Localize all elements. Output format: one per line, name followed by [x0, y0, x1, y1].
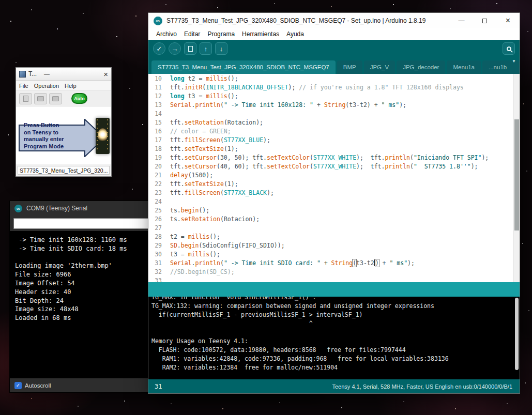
code-text: SD.begin(SdioConfig(FIFO_SDIO)); [170, 241, 285, 250]
tab-menu1a[interactable]: Menu1a [447, 60, 481, 74]
editor-line: 26ts.setRotation(Rotacion); [148, 215, 520, 224]
menu-item-ayuda[interactable]: Ayuda [283, 30, 308, 38]
auto-button[interactable]: Auto [71, 93, 87, 104]
line-number: 28 [148, 233, 162, 241]
console-line: TG_MAX: In function 'void SincroMillisSF… [151, 297, 516, 302]
menu-item-file[interactable]: File [19, 83, 28, 89]
line-number: 13 [148, 101, 162, 110]
console-line: TG_MAX:132: warning: comparison between … [151, 302, 516, 311]
code-token: Serial [170, 259, 192, 267]
console-line: Memory Usage on Teensy 4.1: [151, 337, 516, 346]
code-token: "Iniciando TFT SPI" [414, 154, 482, 161]
editor-scrollbar-thumb[interactable] [514, 119, 519, 230]
minimize-button[interactable]: — [44, 71, 50, 77]
code-editor[interactable]: 10long t2 = millis();11tft.initR(INITR_1… [148, 74, 520, 282]
code-text: tft.setTextSize(1); [170, 145, 238, 153]
code-token: ); [263, 136, 270, 144]
tab-jpg-decoder[interactable]: JPG_decoder [397, 60, 445, 74]
editor-line: 33 [148, 276, 520, 282]
console-scrollbar-thumb[interactable] [515, 298, 519, 370]
teensy-app-icon [19, 71, 26, 78]
menu-item-archivo[interactable]: Archivo [153, 30, 180, 38]
editor-line: 29SD.begin(SdioConfig(FIFO_SDIO)); [148, 241, 520, 250]
teensy-statusbar: ST7735_T3_Menu_Test_JPG_320... [16, 164, 111, 176]
serial-monitor-button[interactable] [503, 42, 515, 55]
code-token: t2 = [170, 233, 188, 240]
code-text: t3 = millis(); [170, 250, 220, 259]
code-text: long t2 = millis(); [170, 74, 238, 83]
code-text: // color = GREEN; [170, 127, 231, 136]
document-icon [188, 46, 193, 52]
close-button[interactable]: × [103, 70, 108, 78]
menu-item-editar[interactable]: Editar [180, 30, 204, 38]
arduino-statusbar: 31 Teensy 4.1, Serial, 528 MHz, Faster, … [148, 379, 520, 393]
current-line-indicator: 31 [148, 383, 162, 390]
code-token: " ms" [389, 259, 407, 267]
console-scrollbar[interactable] [514, 298, 519, 378]
editor-scrollbar[interactable] [513, 74, 520, 282]
menu-item-operation[interactable]: Operation [34, 83, 59, 89]
code-token: ); [407, 259, 415, 267]
code-token: ( [310, 154, 313, 161]
line-number: 20 [148, 162, 162, 171]
code-token: (30, 50); tft. [217, 154, 267, 161]
program-mode-banner: Press Buttonon Teensy tomanually enterPr… [24, 122, 64, 150]
teensy-loader-window: T... — × FileOperationHelp Auto Press Bu… [16, 67, 112, 177]
editor-line: 32//SD.begin(SD_CS); [148, 268, 520, 276]
line-number: 12 [148, 92, 162, 101]
message-bar [148, 282, 520, 297]
open-button[interactable]: ↑ [200, 42, 212, 55]
autoscroll-checkbox[interactable]: ✓ [14, 382, 22, 389]
line-number: 21 [148, 171, 162, 180]
tab-st7735-t3-menu-test-jpg-320x480-sdiob-ntc-msgeq7[interactable]: ST7735_T3_Menu_Test_JPG_320X480_SDIOB_NT… [151, 60, 336, 74]
code-token: begin [181, 242, 199, 249]
teensy-toolbar: Auto [16, 91, 111, 106]
menu-item-help[interactable]: Help [65, 83, 77, 89]
arduino-menubar: ArchivoEditarProgramaHerramientasAyuda [148, 28, 520, 40]
menu-item-programa[interactable]: Programa [204, 30, 238, 38]
editor-line: 24 [148, 197, 520, 206]
program-button[interactable] [34, 93, 47, 104]
code-token: tft. [170, 119, 185, 126]
code-text: tft.setRotation(Rotacion); [170, 118, 263, 127]
code-token: (Rotacion); [224, 119, 263, 126]
minimize-button[interactable]: — [450, 13, 473, 28]
tab-menu-button[interactable]: ▼ [512, 59, 516, 64]
menu-item-herramientas[interactable]: Herramientas [238, 30, 283, 38]
open-hex-button[interactable] [19, 93, 32, 104]
upload-button[interactable]: → [169, 42, 181, 55]
code-token: ST77XX_WHITE [313, 154, 356, 161]
maximize-button[interactable] [473, 13, 496, 28]
code-token: + [379, 259, 390, 267]
up-arrow-icon: ↑ [204, 45, 208, 53]
reboot-button[interactable] [49, 93, 62, 104]
code-text: Serial.println(" -> Time init SDIO card:… [170, 259, 415, 268]
new-sketch-button[interactable] [184, 42, 196, 55]
editor-line: 14 [148, 110, 520, 118]
banner-line: Program Mode [24, 143, 64, 150]
code-text: tft.setCursor(40, 60); tft.setTextColor(… [170, 162, 478, 171]
editor-line: 21delay(1500); [148, 171, 520, 180]
editor-line: 18tft.setTextSize(1); [148, 145, 520, 153]
tab-jpg-v[interactable]: JPG_V [364, 60, 395, 74]
compiler-output[interactable]: TG_MAX: In function 'void SincroMillisSF… [148, 297, 520, 379]
banner-line: Press Button [24, 122, 64, 129]
close-button[interactable]: × [496, 13, 520, 28]
code-text: long t3 = millis(); [170, 92, 238, 101]
code-token: tft. [170, 163, 185, 170]
check-icon: ✓ [16, 382, 20, 388]
code-token: String [324, 101, 346, 109]
editor-line: 20tft.setCursor(40, 60); tft.setTextColo… [148, 162, 520, 171]
code-text: ts.begin(); [170, 206, 209, 215]
code-token: setTextSize [185, 145, 224, 152]
right-arrow-icon: → [172, 45, 178, 53]
window-title: T... [28, 70, 37, 78]
code-token: ); [471, 163, 478, 170]
verify-button[interactable]: ✓ [153, 42, 165, 55]
tab-bmp[interactable]: BMP [337, 60, 362, 74]
code-token: SD [170, 242, 177, 249]
check-icon: ✓ [157, 45, 162, 53]
save-button[interactable]: ↓ [215, 42, 227, 55]
code-token: (SdioConfig(FIFO_SDIO)); [199, 242, 284, 249]
code-token: ( [310, 163, 313, 170]
